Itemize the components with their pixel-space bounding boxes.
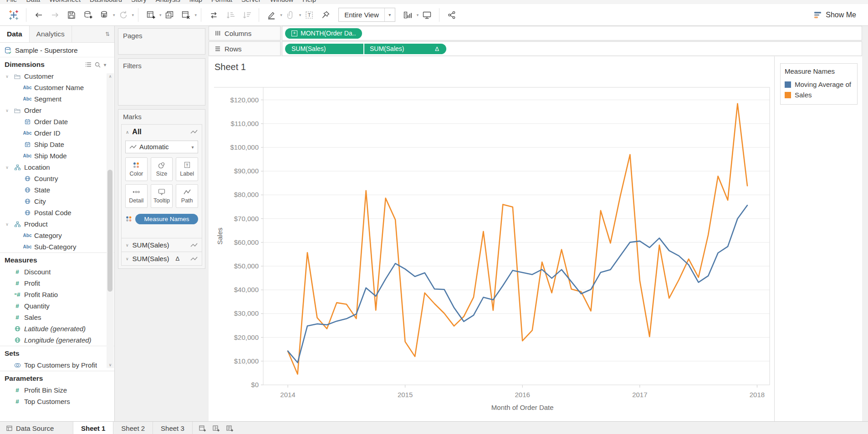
color-button[interactable]: Color [125,157,148,181]
expand-icon[interactable]: ∨ [126,257,129,261]
size-button[interactable]: Size [151,157,173,181]
sort-descending-icon[interactable] [240,7,253,23]
field-location[interactable]: ∨Location [0,161,114,173]
new-data-source-icon[interactable] [81,7,95,23]
measure-names-pill[interactable]: Measure Names [135,214,198,224]
detail-button[interactable]: Detail [125,184,148,208]
tab-analytics[interactable]: Analytics [30,26,72,42]
field-top-customers[interactable]: #Top Customers [0,396,114,407]
refresh-caret[interactable]: ▾ [132,13,134,17]
sheet-tab-sheet-2[interactable]: Sheet 2 [113,422,153,434]
pill-sum-sales-1[interactable]: SUM(Sales) [285,44,363,54]
new-worksheet-tab-icon[interactable] [199,425,206,432]
menu-file[interactable]: File [2,0,21,4]
menu-help[interactable]: Help [298,0,321,4]
group-members-icon[interactable] [284,7,297,23]
scroll-up-icon[interactable]: ∧ [107,74,114,79]
menu-format[interactable]: Format [207,0,237,4]
field-sub-category[interactable]: AbcSub-Category [0,241,114,252]
sheet-tab-sheet-3[interactable]: Sheet 3 [153,422,193,434]
pin-icon[interactable] [319,7,332,23]
field-profit-bin-size[interactable]: #Profit Bin Size [0,384,114,396]
tooltip-button[interactable]: Tooltip [151,184,173,208]
chart-svg[interactable]: $0$10,000$20,000$30,000$40,000$50,000$60… [209,56,774,421]
menu-server[interactable]: Server [237,0,266,4]
sheet-tab-sheet-1[interactable]: Sheet 1 [73,422,113,434]
menu-worksheet[interactable]: Worksheet [45,0,85,4]
data-source-connection[interactable]: Sample - Superstore [0,43,114,57]
tree-chevron-icon[interactable]: ∨ [4,165,10,170]
label-button[interactable]: TLabel [176,157,198,181]
data-pane-scrollbar[interactable]: ∧ ∨ [107,73,114,368]
new-worksheet-icon[interactable] [144,7,158,23]
pill-month-order-date[interactable]: + MONTH(Order Da.. [285,28,362,39]
field-order-id[interactable]: AbcOrder ID [0,127,114,139]
rows-shelf[interactable]: SUM(Sales) SUM(Sales) Δ [282,41,862,56]
field-discount[interactable]: #Discount [0,266,114,278]
menu-dashboard[interactable]: Dashboard [85,0,127,4]
field-ship-mode[interactable]: AbcShip Mode [0,150,114,161]
field-country[interactable]: Country [0,173,114,184]
field-postal-code[interactable]: Postal Code [0,207,114,218]
scrollbar-thumb[interactable] [107,170,112,292]
pause-auto-updates-icon[interactable] [97,7,111,23]
search-icon[interactable] [95,62,101,68]
clear-sheet-caret[interactable]: ▾ [195,13,197,17]
measure-names-legend[interactable]: Measure Names Moving Average of Sa..Sale… [780,63,858,105]
field-customer-name[interactable]: AbcCustomer Name [0,82,114,93]
data-source-tab[interactable]: Data Source [0,422,73,434]
field-longitude-generated[interactable]: Longitude (generated) [0,334,114,346]
mark-card-sum-sales-2[interactable]: ∨ SUM(Sales) Δ [122,252,202,265]
field-sales[interactable]: #Sales [0,312,114,323]
clear-sheet-icon[interactable] [179,7,193,23]
field-profit-ratio[interactable]: =#Profit Ratio [0,289,114,300]
field-top-customers-by-profit[interactable]: Top Customers by Profit [0,359,114,371]
tree-chevron-icon[interactable]: ∨ [4,74,10,79]
new-story-tab-icon[interactable] [226,425,234,432]
back-icon[interactable] [32,7,46,23]
field-product[interactable]: ∨Product [0,218,114,230]
forward-icon[interactable] [48,7,62,23]
field-segment[interactable]: AbcSegment [0,93,114,105]
scroll-down-icon[interactable]: ∨ [107,363,114,367]
view-as-list-icon[interactable] [85,62,92,67]
menu-window[interactable]: Window [266,0,298,4]
mark-card-sum-sales-1[interactable]: ∨ SUM(Sales) [122,238,202,252]
sort-ascending-icon[interactable] [223,7,237,23]
path-button[interactable]: Path [176,184,198,208]
collapse-icon[interactable]: ∧ [126,130,129,135]
share-icon[interactable] [445,7,459,23]
legend-item-moving-average-of-sa[interactable]: Moving Average of Sa.. [785,79,853,90]
refresh-icon[interactable] [117,7,130,23]
pause-auto-updates-caret[interactable]: ▾ [113,13,115,17]
show-mark-labels-caret[interactable]: ▾ [417,13,419,17]
dimensions-menu-caret[interactable]: ▾ [104,62,106,67]
text-label-icon[interactable]: T [302,7,316,23]
menu-analysis[interactable]: Analysis [151,0,185,4]
tab-data[interactable]: Data [0,26,30,42]
fit-selector-caret[interactable]: ▾ [384,8,395,21]
pages-shelf[interactable]: Pages [118,28,205,55]
field-order-date[interactable]: Order Date [0,116,114,127]
find-field-icon[interactable]: ⇅ [101,26,114,42]
highlight-icon[interactable] [265,7,278,23]
save-icon[interactable] [65,7,78,23]
legend-item-sales[interactable]: Sales [785,90,853,100]
new-dashboard-tab-icon[interactable] [213,425,220,432]
menu-map[interactable]: Map [185,0,207,4]
pill-sum-sales-2[interactable]: SUM(Sales) Δ [364,44,446,54]
mark-type-caret[interactable]: ▾ [188,141,198,153]
duplicate-sheet-icon[interactable] [163,7,177,23]
menu-data[interactable]: Data [21,0,45,4]
field-category[interactable]: AbcCategory [0,230,114,241]
field-ship-date[interactable]: Ship Date [0,139,114,150]
expand-pill-icon[interactable]: + [291,30,297,36]
field-state[interactable]: State [0,184,114,196]
show-me-button[interactable]: Show Me [814,11,863,19]
field-order[interactable]: ∨Order [0,105,114,116]
field-city[interactable]: City [0,196,114,207]
group-members-caret[interactable]: ▾ [299,13,301,17]
expand-icon[interactable]: ∨ [126,243,129,247]
field-quantity[interactable]: #Quantity [0,300,114,312]
highlight-caret[interactable]: ▾ [280,13,282,17]
